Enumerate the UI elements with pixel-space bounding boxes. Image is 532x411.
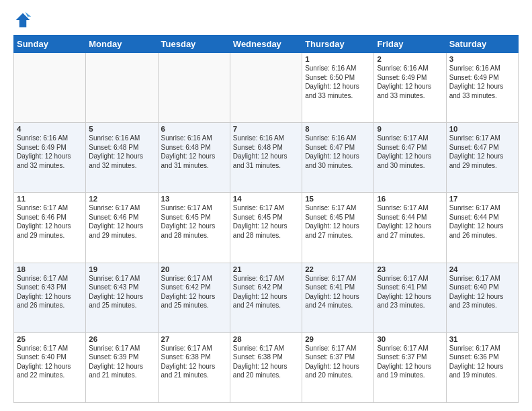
calendar-cell: 6Sunrise: 6:16 AM Sunset: 6:48 PM Daylig… <box>158 123 230 193</box>
calendar-cell: 29Sunrise: 6:17 AM Sunset: 6:37 PM Dayli… <box>302 332 374 402</box>
day-info: Sunrise: 6:16 AM Sunset: 6:48 PM Dayligh… <box>233 134 299 170</box>
calendar-cell: 18Sunrise: 6:17 AM Sunset: 6:43 PM Dayli… <box>14 263 86 332</box>
day-number: 24 <box>449 265 515 273</box>
day-number: 20 <box>161 265 227 273</box>
calendar-cell: 28Sunrise: 6:17 AM Sunset: 6:38 PM Dayli… <box>230 332 302 402</box>
calendar-cell <box>230 53 302 123</box>
day-number: 14 <box>233 195 299 203</box>
day-info: Sunrise: 6:17 AM Sunset: 6:43 PM Dayligh… <box>17 274 83 310</box>
day-number: 23 <box>377 265 443 273</box>
calendar-cell: 16Sunrise: 6:17 AM Sunset: 6:44 PM Dayli… <box>374 193 446 263</box>
day-number: 19 <box>89 265 154 273</box>
day-number: 25 <box>17 335 83 343</box>
day-info: Sunrise: 6:17 AM Sunset: 6:44 PM Dayligh… <box>449 203 515 240</box>
day-number: 10 <box>449 125 515 133</box>
calendar-cell: 17Sunrise: 6:17 AM Sunset: 6:44 PM Dayli… <box>446 193 518 263</box>
calendar-cell: 24Sunrise: 6:17 AM Sunset: 6:40 PM Dayli… <box>446 263 518 332</box>
calendar-cell: 4Sunrise: 6:16 AM Sunset: 6:49 PM Daylig… <box>14 123 86 193</box>
day-info: Sunrise: 6:17 AM Sunset: 6:42 PM Dayligh… <box>233 274 299 310</box>
day-info: Sunrise: 6:17 AM Sunset: 6:40 PM Dayligh… <box>17 344 83 380</box>
day-info: Sunrise: 6:17 AM Sunset: 6:36 PM Dayligh… <box>449 344 515 380</box>
day-info: Sunrise: 6:17 AM Sunset: 6:46 PM Dayligh… <box>17 203 83 240</box>
logo-icon <box>13 11 32 30</box>
day-info: Sunrise: 6:16 AM Sunset: 6:48 PM Dayligh… <box>89 134 154 170</box>
day-info: Sunrise: 6:17 AM Sunset: 6:41 PM Dayligh… <box>305 274 371 310</box>
calendar-cell: 12Sunrise: 6:17 AM Sunset: 6:46 PM Dayli… <box>86 193 158 263</box>
calendar-cell: 13Sunrise: 6:17 AM Sunset: 6:45 PM Dayli… <box>158 193 230 263</box>
calendar-week-2: 4Sunrise: 6:16 AM Sunset: 6:49 PM Daylig… <box>14 123 519 193</box>
day-info: Sunrise: 6:17 AM Sunset: 6:37 PM Dayligh… <box>305 344 371 380</box>
calendar-header-tuesday: Tuesday <box>158 36 230 53</box>
calendar-header-row: SundayMondayTuesdayWednesdayThursdayFrid… <box>14 36 519 53</box>
calendar-cell <box>158 53 230 123</box>
day-number: 11 <box>17 195 83 203</box>
calendar-header-monday: Monday <box>86 36 158 53</box>
day-info: Sunrise: 6:17 AM Sunset: 6:41 PM Dayligh… <box>377 274 443 310</box>
day-number: 27 <box>161 335 227 343</box>
calendar-cell: 8Sunrise: 6:16 AM Sunset: 6:47 PM Daylig… <box>302 123 374 193</box>
calendar-cell: 30Sunrise: 6:17 AM Sunset: 6:37 PM Dayli… <box>374 332 446 402</box>
day-number: 16 <box>377 195 443 203</box>
calendar-cell: 1Sunrise: 6:16 AM Sunset: 6:50 PM Daylig… <box>302 53 374 123</box>
calendar-cell <box>86 53 158 123</box>
page: SundayMondayTuesdayWednesdayThursdayFrid… <box>0 0 532 411</box>
header <box>13 11 519 30</box>
calendar-cell: 2Sunrise: 6:16 AM Sunset: 6:49 PM Daylig… <box>374 53 446 123</box>
day-number: 30 <box>377 335 443 343</box>
calendar-cell: 27Sunrise: 6:17 AM Sunset: 6:38 PM Dayli… <box>158 332 230 402</box>
calendar-cell: 25Sunrise: 6:17 AM Sunset: 6:40 PM Dayli… <box>14 332 86 402</box>
calendar-cell: 21Sunrise: 6:17 AM Sunset: 6:42 PM Dayli… <box>230 263 302 332</box>
calendar-cell: 14Sunrise: 6:17 AM Sunset: 6:45 PM Dayli… <box>230 193 302 263</box>
day-info: Sunrise: 6:17 AM Sunset: 6:38 PM Dayligh… <box>233 344 299 380</box>
day-number: 17 <box>449 195 515 203</box>
day-info: Sunrise: 6:16 AM Sunset: 6:49 PM Dayligh… <box>449 64 515 100</box>
day-number: 31 <box>449 335 515 343</box>
calendar-cell: 22Sunrise: 6:17 AM Sunset: 6:41 PM Dayli… <box>302 263 374 332</box>
day-number: 29 <box>305 335 371 343</box>
day-number: 4 <box>17 125 83 133</box>
day-info: Sunrise: 6:16 AM Sunset: 6:49 PM Dayligh… <box>377 64 443 100</box>
day-info: Sunrise: 6:16 AM Sunset: 6:48 PM Dayligh… <box>161 134 227 170</box>
day-info: Sunrise: 6:17 AM Sunset: 6:42 PM Dayligh… <box>161 274 227 310</box>
calendar-week-1: 1Sunrise: 6:16 AM Sunset: 6:50 PM Daylig… <box>14 53 519 123</box>
calendar-table: SundayMondayTuesdayWednesdayThursdayFrid… <box>13 35 519 403</box>
day-info: Sunrise: 6:17 AM Sunset: 6:37 PM Dayligh… <box>377 344 443 380</box>
calendar-cell: 19Sunrise: 6:17 AM Sunset: 6:43 PM Dayli… <box>86 263 158 332</box>
calendar-cell: 7Sunrise: 6:16 AM Sunset: 6:48 PM Daylig… <box>230 123 302 193</box>
day-info: Sunrise: 6:17 AM Sunset: 6:39 PM Dayligh… <box>89 344 154 380</box>
calendar-cell: 3Sunrise: 6:16 AM Sunset: 6:49 PM Daylig… <box>446 53 518 123</box>
calendar-cell: 10Sunrise: 6:17 AM Sunset: 6:47 PM Dayli… <box>446 123 518 193</box>
day-number: 21 <box>233 265 299 273</box>
day-number: 28 <box>233 335 299 343</box>
day-number: 15 <box>305 195 371 203</box>
day-info: Sunrise: 6:17 AM Sunset: 6:45 PM Dayligh… <box>161 203 227 240</box>
calendar-cell: 26Sunrise: 6:17 AM Sunset: 6:39 PM Dayli… <box>86 332 158 402</box>
day-info: Sunrise: 6:17 AM Sunset: 6:45 PM Dayligh… <box>305 203 371 240</box>
day-info: Sunrise: 6:16 AM Sunset: 6:49 PM Dayligh… <box>17 134 83 170</box>
day-number: 1 <box>305 55 371 63</box>
calendar-cell <box>14 53 86 123</box>
calendar-header-thursday: Thursday <box>302 36 374 53</box>
day-info: Sunrise: 6:16 AM Sunset: 6:50 PM Dayligh… <box>305 64 371 100</box>
day-info: Sunrise: 6:17 AM Sunset: 6:40 PM Dayligh… <box>449 274 515 310</box>
day-number: 8 <box>305 125 371 133</box>
day-number: 12 <box>89 195 154 203</box>
day-number: 2 <box>377 55 443 63</box>
day-info: Sunrise: 6:17 AM Sunset: 6:46 PM Dayligh… <box>89 203 154 240</box>
calendar-cell: 23Sunrise: 6:17 AM Sunset: 6:41 PM Dayli… <box>374 263 446 332</box>
calendar-header-wednesday: Wednesday <box>230 36 302 53</box>
calendar-cell: 5Sunrise: 6:16 AM Sunset: 6:48 PM Daylig… <box>86 123 158 193</box>
day-number: 9 <box>377 125 443 133</box>
calendar-week-4: 18Sunrise: 6:17 AM Sunset: 6:43 PM Dayli… <box>14 263 519 332</box>
calendar-cell: 9Sunrise: 6:17 AM Sunset: 6:47 PM Daylig… <box>374 123 446 193</box>
day-info: Sunrise: 6:17 AM Sunset: 6:47 PM Dayligh… <box>377 134 443 170</box>
calendar-header-saturday: Saturday <box>446 36 518 53</box>
day-info: Sunrise: 6:17 AM Sunset: 6:44 PM Dayligh… <box>377 203 443 240</box>
svg-marker-1 <box>26 12 32 17</box>
day-number: 3 <box>449 55 515 63</box>
calendar-cell: 31Sunrise: 6:17 AM Sunset: 6:36 PM Dayli… <box>446 332 518 402</box>
calendar-cell: 20Sunrise: 6:17 AM Sunset: 6:42 PM Dayli… <box>158 263 230 332</box>
calendar-header-sunday: Sunday <box>14 36 86 53</box>
calendar-cell: 15Sunrise: 6:17 AM Sunset: 6:45 PM Dayli… <box>302 193 374 263</box>
calendar-week-3: 11Sunrise: 6:17 AM Sunset: 6:46 PM Dayli… <box>14 193 519 263</box>
